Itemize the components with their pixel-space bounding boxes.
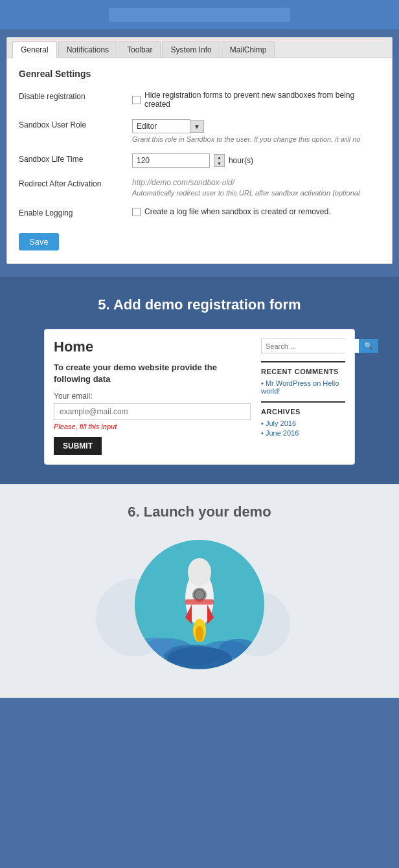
- demo-divider: [261, 361, 345, 362]
- label-sandbox-life-time: Sandbox Life Time: [19, 153, 126, 164]
- tab-system-info[interactable]: System Info: [162, 41, 220, 58]
- arrow-down-icon[interactable]: ▼: [214, 161, 224, 166]
- settings-section-title: Genreal Settings: [19, 69, 380, 79]
- save-button[interactable]: Save: [19, 233, 59, 250]
- demo-page: Home To create your demo website provide…: [44, 329, 355, 465]
- svg-point-8: [188, 558, 211, 586]
- demo-main: Home To create your demo website provide…: [54, 339, 251, 455]
- demo-subtitle: To create your demo website provide the …: [54, 362, 251, 385]
- section5-title: 5. Add demo registration form: [6, 296, 393, 313]
- input-redirect-url[interactable]: http://demo.com/sandbox-uid/: [132, 178, 380, 187]
- demo-email-input[interactable]: [54, 403, 251, 420]
- control-sandbox-life-time: 120 ▲ ▼ hour(s): [132, 153, 380, 168]
- label-disable-registration: Disable registration: [19, 91, 126, 101]
- desc-enable-logging: Create a log file when sandbox is create…: [144, 207, 331, 216]
- label-sandbox-user-role: Sandbox User Role: [19, 119, 126, 129]
- checkbox-enable-logging[interactable]: [132, 208, 141, 216]
- demo-archive-item-1[interactable]: July 2016: [261, 419, 345, 427]
- top-bar: [0, 0, 399, 29]
- settings-content: Genreal Settings Disable registration Hi…: [7, 58, 392, 263]
- demo-home-title: Home: [54, 339, 251, 355]
- desc-redirect-after-activation: Automatically redirect user to this URL …: [132, 189, 380, 197]
- unit-sandbox-life-time: hour(s): [229, 156, 253, 165]
- demo-search-input[interactable]: [262, 339, 359, 353]
- demo-comment-link[interactable]: Mr WordPress on Hello world!: [261, 379, 339, 395]
- control-enable-logging: Create a log file when sandbox is create…: [132, 207, 380, 216]
- svg-point-10: [195, 590, 204, 599]
- settings-wrapper: General Notifications Toolbar System Inf…: [0, 29, 399, 277]
- desc-disable-registration: Hide registration forms to prevent new s…: [144, 91, 380, 109]
- tab-notifications[interactable]: Notifications: [58, 41, 117, 58]
- section6: 6. Launch your demo: [0, 484, 399, 698]
- row-sandbox-life-time: Sandbox Life Time 120 ▲ ▼ hour(s): [19, 153, 380, 168]
- label-redirect-after-activation: Redirect After Activation: [19, 178, 126, 188]
- rocket-circle: [135, 540, 264, 669]
- demo-comment: • Mr WordPress on Hello world!: [261, 379, 345, 395]
- tab-mailchimp[interactable]: MailChimp: [222, 41, 275, 58]
- tabs-bar: General Notifications Toolbar System Inf…: [7, 38, 392, 58]
- select-arrow-icon[interactable]: ▼: [190, 120, 204, 133]
- number-arrows[interactable]: ▲ ▼: [214, 154, 225, 167]
- rocket-svg: [135, 540, 264, 669]
- control-sandbox-user-role: Editor ▼ Grant this role in Sandbox to t…: [132, 119, 380, 143]
- desc-sandbox-user-role: Grant this role in Sandbox to the user. …: [132, 135, 380, 143]
- select-sandbox-user-role[interactable]: Editor: [132, 119, 190, 133]
- demo-divider2: [261, 401, 345, 403]
- demo-archive-item-2[interactable]: June 2016: [261, 429, 345, 437]
- demo-search: 🔍: [261, 339, 345, 353]
- row-disable-registration: Disable registration Hide registration f…: [19, 91, 380, 109]
- tab-toolbar[interactable]: Toolbar: [119, 41, 161, 58]
- input-sandbox-life-time[interactable]: 120: [132, 153, 210, 168]
- section6-title: 6. Launch your demo: [6, 504, 393, 520]
- row-enable-logging: Enable Logging Create a log file when sa…: [19, 207, 380, 217]
- demo-search-button[interactable]: 🔍: [359, 339, 378, 353]
- demo-recent-comments-title: RECENT COMMENTS: [261, 368, 345, 375]
- row-redirect-after-activation: Redirect After Activation http://demo.co…: [19, 178, 380, 197]
- settings-panel: General Notifications Toolbar System Inf…: [6, 37, 393, 264]
- demo-email-label: Your email:: [54, 392, 251, 401]
- rocket-illustration: [135, 540, 264, 669]
- svg-rect-15: [185, 599, 214, 605]
- arrow-up-icon[interactable]: ▲: [214, 155, 224, 161]
- label-enable-logging: Enable Logging: [19, 207, 126, 217]
- svg-point-14: [196, 626, 203, 641]
- demo-sidebar: 🔍 RECENT COMMENTS • Mr WordPress on Hell…: [261, 339, 345, 455]
- top-bar-decoration: [109, 8, 290, 22]
- demo-archives-title: ARCHIVES: [261, 408, 345, 416]
- tab-general[interactable]: General: [12, 41, 57, 58]
- control-redirect-after-activation: http://demo.com/sandbox-uid/ Automatical…: [132, 178, 380, 197]
- control-disable-registration: Hide registration forms to prevent new s…: [132, 91, 380, 109]
- demo-email-error: Please, fill this input: [54, 423, 251, 430]
- demo-submit-button[interactable]: SUBMIT: [54, 437, 102, 455]
- checkbox-disable-registration[interactable]: [132, 96, 141, 104]
- section5: 5. Add demo registration form Home To cr…: [0, 277, 399, 484]
- row-sandbox-user-role: Sandbox User Role Editor ▼ Grant this ro…: [19, 119, 380, 143]
